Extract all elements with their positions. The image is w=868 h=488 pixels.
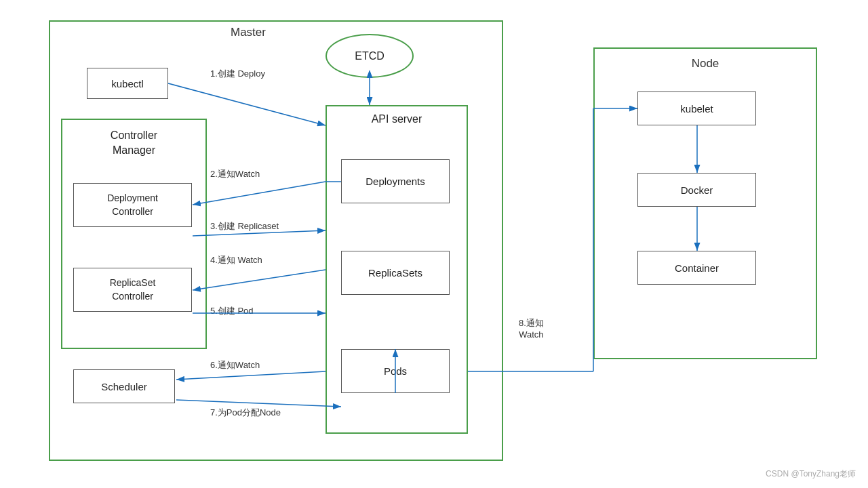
arrows-svg [0, 0, 868, 488]
svg-line-8 [176, 371, 326, 380]
diagram-container: Master ETCD API server kubectl Controlle… [0, 0, 868, 488]
svg-line-9 [176, 400, 341, 407]
watermark: CSDN @TonyZhang老师 [766, 468, 856, 480]
svg-line-5 [193, 230, 326, 236]
svg-line-6 [193, 270, 326, 290]
svg-line-4 [193, 182, 326, 205]
svg-line-3 [168, 83, 326, 125]
